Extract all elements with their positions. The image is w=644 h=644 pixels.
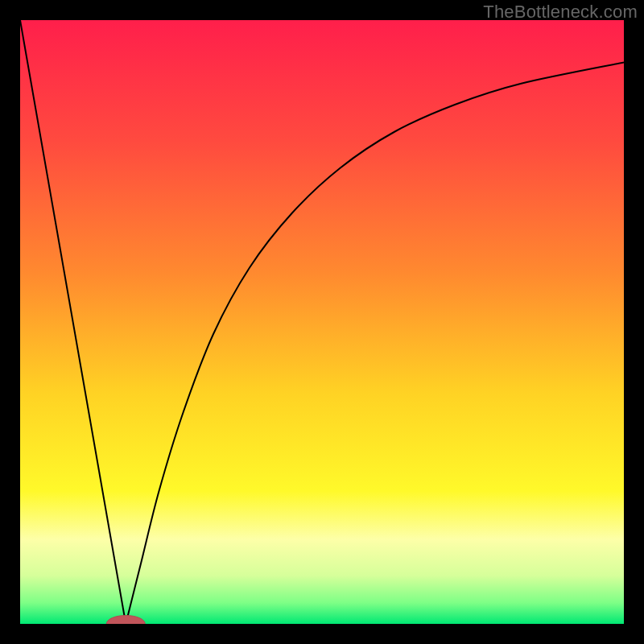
chart-plot-area <box>20 20 624 624</box>
chart-svg <box>20 20 624 624</box>
watermark-text: TheBottleneck.com <box>483 2 638 23</box>
chart-frame: TheBottleneck.com <box>0 0 644 644</box>
